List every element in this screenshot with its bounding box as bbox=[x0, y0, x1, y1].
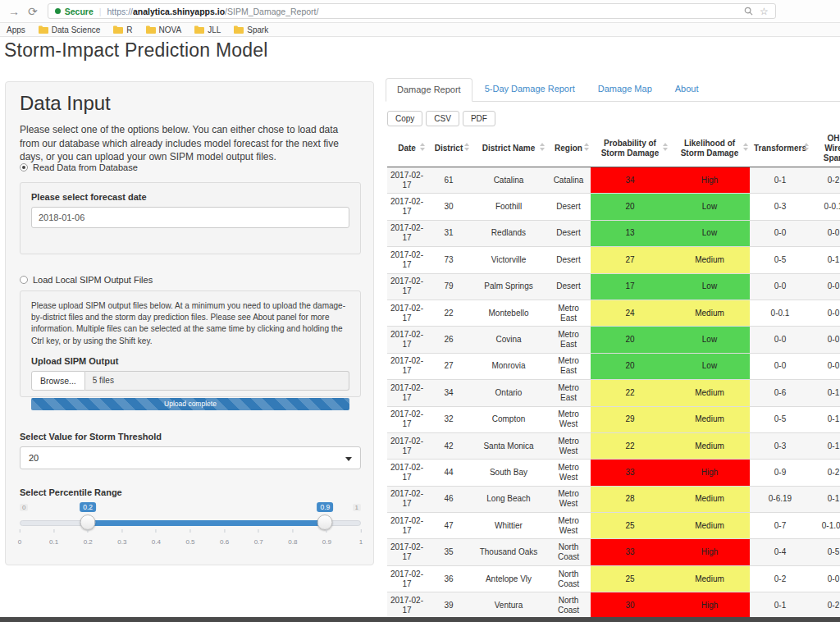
column-header-label: Probability of Storm Damage bbox=[601, 139, 660, 158]
slider-tick: 1 bbox=[359, 529, 363, 547]
slider-tick-label: 0 bbox=[18, 538, 21, 546]
cell-name: South Bay bbox=[471, 460, 546, 486]
column-header-region[interactable]: Region bbox=[546, 130, 591, 167]
table-row: 2017-02-1744South BayMetro West33High0-9… bbox=[387, 460, 840, 486]
export-toolbar: CopyCSVPDF bbox=[387, 111, 495, 126]
tab-5-day-damage-report[interactable]: 5-Day Damage Report bbox=[474, 78, 586, 101]
cell-likelihood: Low bbox=[669, 273, 750, 300]
cell-date: 2017-02-17 bbox=[387, 167, 427, 194]
cell-likelihood: Medium bbox=[669, 513, 750, 539]
chevron-down-icon bbox=[345, 457, 352, 461]
column-header-district[interactable]: District bbox=[427, 130, 471, 167]
data-input-heading: Data Input bbox=[20, 92, 111, 115]
cell-prob: 25 bbox=[591, 513, 669, 539]
column-header-name[interactable]: District Name bbox=[471, 130, 546, 167]
copy-button[interactable]: Copy bbox=[387, 111, 422, 126]
percentile-range-slider[interactable]: 0 1 0.2 0.9 00.10.20.30.40.50.60.70.80.9… bbox=[20, 502, 361, 545]
column-header-label: District bbox=[435, 144, 463, 153]
cell-transformers: 0-6.19 bbox=[750, 486, 810, 512]
taskbar-edge bbox=[0, 617, 840, 622]
csv-button[interactable]: CSV bbox=[426, 111, 459, 126]
cell-region: Metro West bbox=[546, 486, 591, 512]
tab-damage-report[interactable]: Damage Report bbox=[386, 78, 472, 102]
cell-prob: 29 bbox=[591, 406, 669, 432]
cell-district: 35 bbox=[427, 539, 471, 565]
search-icon[interactable] bbox=[744, 7, 753, 16]
upload-progress-text: Upload complete bbox=[164, 400, 217, 408]
cell-district: 30 bbox=[427, 194, 471, 220]
storm-threshold-select[interactable]: 20 bbox=[20, 446, 361, 469]
radio-icon[interactable] bbox=[20, 276, 28, 284]
url-scheme: https:// bbox=[107, 7, 134, 16]
bookmark-label: JLL bbox=[208, 25, 221, 34]
forward-arrow-icon[interactable]: → bbox=[8, 6, 20, 17]
table-row: 2017-02-1739VenturaNorth Coast30High0-10… bbox=[387, 592, 840, 619]
cell-likelihood: Medium bbox=[669, 406, 750, 432]
bookmark-item[interactable]: Data Science bbox=[39, 25, 100, 34]
bookmark-item[interactable]: NOVA bbox=[146, 25, 182, 34]
slider-handle-from[interactable] bbox=[80, 515, 96, 530]
cell-name: Thousand Oaks bbox=[471, 539, 546, 565]
cell-district: 39 bbox=[427, 592, 471, 619]
bookmark-star-icon[interactable]: ☆ bbox=[760, 6, 769, 17]
cell-name: Victorville bbox=[471, 247, 546, 273]
upload-progress-bar: Upload complete bbox=[31, 398, 349, 410]
folder-icon bbox=[113, 25, 123, 34]
column-header-date[interactable]: Date bbox=[387, 130, 427, 167]
browse-button[interactable]: Browse... bbox=[31, 371, 85, 391]
column-header-transformers[interactable]: Transformers bbox=[750, 130, 810, 167]
forecast-date-input[interactable] bbox=[31, 207, 349, 228]
bookmarks-bar: Apps Data ScienceRNOVAJLLSpark bbox=[0, 23, 840, 37]
cell-date: 2017-02-17 bbox=[387, 380, 427, 406]
radio-read-database[interactable]: Read Data from Database bbox=[20, 162, 138, 172]
cell-region: Metro West bbox=[546, 432, 591, 459]
slider-tick: 0.3 bbox=[117, 529, 126, 547]
column-header-likelihood[interactable]: Likelihood of Storm Damage bbox=[669, 130, 750, 167]
tab-damage-map[interactable]: Damage Map bbox=[587, 78, 663, 101]
cell-name: Compton bbox=[471, 406, 546, 432]
slider-from-value: 0.2 bbox=[80, 502, 96, 512]
page-title: Storm-Impact Prediction Model bbox=[4, 39, 268, 62]
slider-tick: 0.2 bbox=[84, 529, 93, 547]
slider-max-label: 1 bbox=[353, 504, 361, 511]
cell-transformers: 0-9 bbox=[750, 460, 810, 486]
cell-district: 47 bbox=[427, 513, 471, 539]
slider-tick: 0 bbox=[18, 529, 21, 547]
address-bar[interactable]: Secure | https://analytica.shinyapps.io/… bbox=[48, 3, 776, 19]
radio-icon[interactable] bbox=[20, 163, 28, 172]
cell-likelihood: Medium bbox=[669, 486, 750, 512]
column-header-span[interactable]: OH Wire Span bbox=[810, 130, 840, 167]
column-header-prob[interactable]: Probability of Storm Damage bbox=[591, 130, 669, 167]
pdf-button[interactable]: PDF bbox=[463, 111, 495, 126]
cell-district: 26 bbox=[427, 327, 471, 353]
cell-span: 0-2 bbox=[810, 167, 840, 194]
cell-likelihood: Low bbox=[669, 194, 750, 220]
cell-transformers: 0-0 bbox=[750, 220, 810, 246]
cell-prob: 24 bbox=[591, 300, 669, 326]
tab-about[interactable]: About bbox=[664, 78, 710, 101]
forecast-date-well: Please select forecast date bbox=[20, 182, 361, 254]
bookmark-item[interactable]: JLL bbox=[194, 25, 221, 34]
cell-region: Metro East bbox=[546, 380, 591, 406]
radio-load-local[interactable]: Load Local SIPM Output Files bbox=[20, 275, 153, 285]
reload-icon[interactable]: ⟳ bbox=[28, 6, 38, 17]
cell-district: 42 bbox=[427, 432, 471, 459]
table-row: 2017-02-1726CovinaMetro East20Low0-00-0 bbox=[387, 327, 840, 353]
cell-prob: 22 bbox=[591, 380, 669, 406]
apps-label[interactable]: Apps bbox=[7, 25, 25, 34]
cell-span: 0-1 bbox=[810, 486, 840, 512]
bookmark-item[interactable]: R bbox=[113, 25, 132, 34]
table-row: 2017-02-1727MonroviaMetro East20Low0-00-… bbox=[387, 353, 840, 379]
table-row: 2017-02-1731RedlandsDesert13Low0-00-0 bbox=[387, 220, 840, 246]
cell-district: 73 bbox=[427, 247, 471, 273]
slider-handle-to[interactable] bbox=[317, 515, 333, 530]
cell-prob: 33 bbox=[591, 539, 669, 565]
cell-district: 36 bbox=[427, 565, 471, 592]
cell-date: 2017-02-17 bbox=[387, 353, 427, 379]
bookmark-item[interactable]: Spark bbox=[234, 25, 268, 34]
slider-tick-label: 0.6 bbox=[220, 538, 229, 546]
cell-date: 2017-02-17 bbox=[387, 194, 427, 220]
file-count-display: 5 files bbox=[85, 371, 349, 391]
cell-prob: 20 bbox=[591, 353, 669, 379]
column-header-label: Region bbox=[555, 144, 582, 153]
